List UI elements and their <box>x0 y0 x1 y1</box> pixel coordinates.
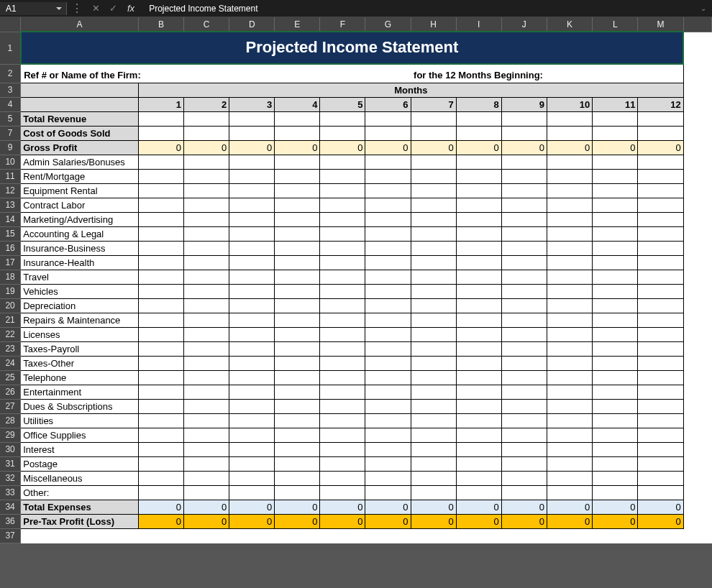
data-cell[interactable] <box>411 428 456 442</box>
data-cell[interactable] <box>320 413 365 428</box>
data-cell[interactable] <box>138 442 183 456</box>
data-cell[interactable] <box>547 111 592 126</box>
data-cell[interactable] <box>320 212 365 226</box>
data-cell[interactable] <box>365 399 411 413</box>
data-cell[interactable] <box>229 126 275 140</box>
data-cell[interactable] <box>411 485 456 500</box>
data-cell[interactable] <box>275 428 320 442</box>
row-header-32[interactable]: 32 <box>0 471 21 485</box>
data-cell[interactable] <box>638 442 683 456</box>
data-cell[interactable] <box>184 327 229 341</box>
data-cell[interactable] <box>501 341 547 356</box>
row-header-22[interactable]: 22 <box>0 327 21 341</box>
data-cell[interactable] <box>593 298 638 313</box>
data-cell[interactable] <box>184 428 229 442</box>
data-cell[interactable] <box>411 399 456 413</box>
data-cell[interactable]: 0 <box>138 140 183 155</box>
data-cell[interactable] <box>411 341 456 356</box>
data-cell[interactable]: 0 <box>638 500 683 514</box>
row-label[interactable]: Taxes-Other <box>21 356 139 370</box>
data-cell[interactable] <box>320 111 365 126</box>
data-cell[interactable] <box>547 298 592 313</box>
month-7[interactable]: 7 <box>411 97 456 111</box>
data-cell[interactable] <box>275 255 320 270</box>
data-cell[interactable] <box>456 313 501 327</box>
data-cell[interactable] <box>275 528 320 543</box>
data-cell[interactable] <box>138 126 183 140</box>
row-label[interactable]: Telephone <box>21 370 139 385</box>
data-cell[interactable] <box>320 169 365 183</box>
row-header-2[interactable]: 2 <box>0 64 21 83</box>
data-cell[interactable] <box>501 456 547 471</box>
data-cell[interactable] <box>365 198 411 212</box>
row-header-1[interactable]: 1 <box>0 32 21 64</box>
data-cell[interactable] <box>320 255 365 270</box>
row-header-24[interactable]: 24 <box>0 356 21 370</box>
row-header-25[interactable]: 25 <box>0 370 21 385</box>
col-header-C[interactable]: C <box>184 17 229 32</box>
fx-icon[interactable]: fx <box>122 3 140 14</box>
data-cell[interactable] <box>411 270 456 284</box>
data-cell[interactable] <box>547 356 592 370</box>
data-cell[interactable] <box>365 456 411 471</box>
data-cell[interactable] <box>456 212 501 226</box>
data-cell[interactable] <box>320 485 365 500</box>
document-title[interactable]: Projected Income Statement <box>21 32 683 64</box>
data-cell[interactable]: 0 <box>365 514 411 528</box>
data-cell[interactable] <box>275 241 320 255</box>
data-cell[interactable] <box>320 313 365 327</box>
row-label[interactable]: Gross Profit <box>21 140 139 155</box>
row-header-9[interactable]: 9 <box>0 140 21 155</box>
data-cell[interactable] <box>593 284 638 298</box>
ref-label[interactable]: Ref # or Name of the Firm: <box>21 64 411 83</box>
data-cell[interactable] <box>365 284 411 298</box>
month-6[interactable]: 6 <box>365 97 411 111</box>
row-label[interactable]: Pre-Tax Profit (Loss) <box>21 514 139 528</box>
data-cell[interactable] <box>320 155 365 169</box>
data-cell[interactable] <box>638 485 683 500</box>
data-cell[interactable] <box>501 413 547 428</box>
row-label[interactable]: Interest <box>21 442 139 456</box>
data-cell[interactable]: 0 <box>547 514 592 528</box>
data-cell[interactable] <box>320 385 365 399</box>
row-header-30[interactable]: 30 <box>0 442 21 456</box>
data-cell[interactable] <box>456 126 501 140</box>
data-cell[interactable] <box>501 399 547 413</box>
data-cell[interactable] <box>229 428 275 442</box>
data-cell[interactable] <box>638 471 683 485</box>
months-header[interactable]: Months <box>138 83 683 97</box>
month-10[interactable]: 10 <box>547 97 592 111</box>
data-cell[interactable]: 0 <box>184 140 229 155</box>
data-cell[interactable] <box>501 327 547 341</box>
data-cell[interactable] <box>138 471 183 485</box>
data-cell[interactable] <box>501 370 547 385</box>
data-cell[interactable] <box>547 399 592 413</box>
data-cell[interactable] <box>365 327 411 341</box>
data-cell[interactable] <box>638 327 683 341</box>
data-cell[interactable] <box>138 226 183 241</box>
row-label[interactable]: Cost of Goods Sold <box>21 126 139 140</box>
data-cell[interactable] <box>638 385 683 399</box>
data-cell[interactable] <box>138 183 183 198</box>
data-cell[interactable] <box>547 226 592 241</box>
data-cell[interactable] <box>638 313 683 327</box>
data-cell[interactable]: 0 <box>320 140 365 155</box>
data-cell[interactable] <box>547 385 592 399</box>
data-cell[interactable] <box>365 226 411 241</box>
data-cell[interactable] <box>638 356 683 370</box>
data-cell[interactable] <box>547 284 592 298</box>
row-label[interactable]: Marketing/Advertising <box>21 212 139 226</box>
data-cell[interactable] <box>456 428 501 442</box>
month-4[interactable]: 4 <box>275 97 320 111</box>
row-label[interactable]: Office Supplies <box>21 428 139 442</box>
data-cell[interactable] <box>320 341 365 356</box>
data-cell[interactable] <box>411 155 456 169</box>
data-cell[interactable] <box>501 385 547 399</box>
col-header-G[interactable]: G <box>365 17 411 32</box>
row-label[interactable]: Taxes-Payroll <box>21 341 139 356</box>
data-cell[interactable] <box>638 241 683 255</box>
cancel-icon[interactable]: ✕ <box>87 3 104 14</box>
row-header-26[interactable]: 26 <box>0 385 21 399</box>
col-header-K[interactable]: K <box>547 17 592 32</box>
data-cell[interactable] <box>456 370 501 385</box>
